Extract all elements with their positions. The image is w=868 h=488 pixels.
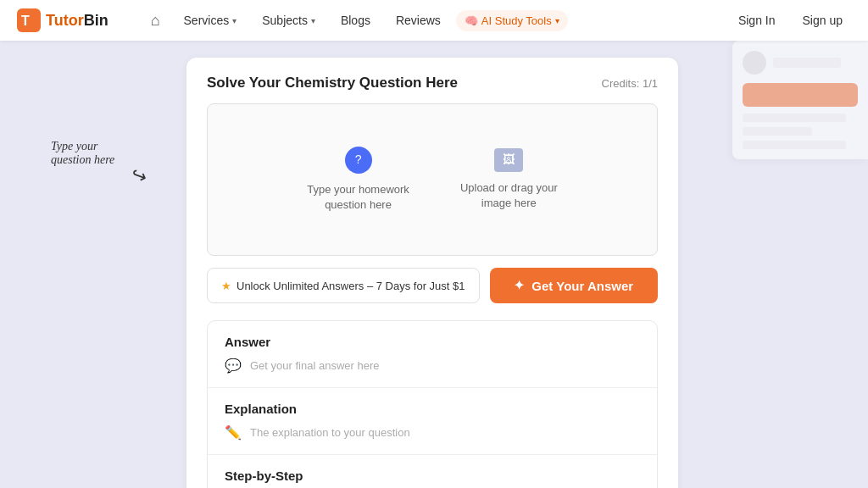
panel-line — [743, 127, 812, 136]
avatar — [743, 51, 766, 75]
answer-title: Answer — [225, 335, 640, 349]
explanation-block: Explanation ✏️ The explanation to your q… — [208, 388, 657, 455]
signin-button[interactable]: Sign In — [730, 9, 784, 31]
navbar: T TutorBin ⌂ Services ▾ Subjects ▾ Blogs… — [0, 0, 868, 41]
card-header: Solve Your Chemistry Question Here Credi… — [207, 75, 658, 92]
panel-content — [743, 114, 858, 149]
question-card: Solve Your Chemistry Question Here Credi… — [186, 58, 678, 488]
signup-button[interactable]: Sign up — [794, 9, 851, 31]
panel-line — [743, 141, 846, 149]
keyboard-icon: ? — [345, 147, 372, 174]
upload-input-option[interactable]: 🖼 Upload or drag your image here — [460, 148, 558, 211]
chevron-down-icon: ▾ — [232, 16, 236, 25]
question-input-area[interactable]: ? Type your homework question here 🖼 Upl… — [207, 103, 658, 256]
nav-services[interactable]: Services ▾ — [174, 8, 248, 32]
nav-links: ⌂ Services ▾ Subjects ▾ Blogs Reviews 🧠 … — [142, 7, 730, 35]
sparkle-icon: ✦ — [514, 278, 525, 293]
right-panel — [732, 41, 868, 159]
nav-subjects[interactable]: Subjects ▾ — [252, 8, 326, 32]
type-input-option[interactable]: ? Type your homework question here — [307, 147, 409, 213]
answer-block: Answer 💬 Get your final answer here — [208, 321, 657, 388]
edit-icon: ✏️ — [225, 424, 242, 441]
svg-text:T: T — [21, 14, 30, 28]
steps-title: Step-by-Step — [225, 469, 640, 483]
action-row: ★ Unlock Unlimited Answers – 7 Days for … — [207, 268, 658, 303]
chevron-down-icon: ▾ — [555, 16, 559, 25]
explanation-placeholder: ✏️ The explanation to your question — [225, 424, 640, 441]
home-icon[interactable]: ⌂ — [142, 7, 169, 35]
star-icon: ★ — [221, 280, 231, 292]
credits-display: Credits: 1/1 — [602, 77, 658, 90]
answer-section: Answer 💬 Get your final answer here Expl… — [207, 320, 658, 488]
logo-icon: T — [17, 8, 41, 32]
explanation-title: Explanation — [225, 402, 640, 416]
chevron-down-icon: ▾ — [311, 16, 315, 25]
panel-username — [773, 58, 841, 68]
image-upload-icon: 🖼 — [494, 148, 523, 172]
logo-text: TutorBin — [46, 12, 108, 30]
logo[interactable]: T TutorBin — [17, 8, 108, 32]
steps-block: Step-by-Step ≡ The steps to your questio… — [208, 455, 657, 488]
nav-ai-tools[interactable]: 🧠 AI Study Tools ▾ — [456, 10, 568, 31]
panel-header — [743, 51, 858, 75]
panel-line — [743, 114, 846, 122]
nav-actions: Sign In Sign up — [730, 9, 851, 31]
nav-reviews[interactable]: Reviews — [386, 8, 451, 32]
get-answer-button[interactable]: ✦ Get Your Answer — [490, 268, 659, 303]
panel-cta-button[interactable] — [743, 83, 858, 107]
answer-placeholder: 💬 Get your final answer here — [225, 358, 640, 374]
nav-blogs[interactable]: Blogs — [331, 8, 381, 32]
unlock-button[interactable]: ★ Unlock Unlimited Answers – 7 Days for … — [207, 268, 480, 303]
card-title: Solve Your Chemistry Question Here — [207, 75, 458, 92]
chat-icon: 💬 — [225, 358, 242, 374]
brain-icon: 🧠 — [465, 14, 478, 27]
